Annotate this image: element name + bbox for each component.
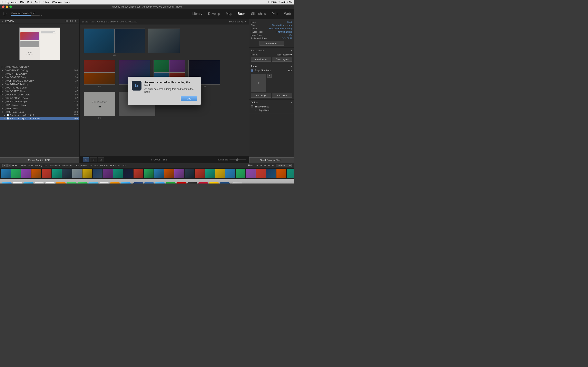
export-book-pdf-button[interactable]: Export Book to PDF... (0, 157, 79, 163)
nav-map[interactable]: Map (226, 12, 232, 16)
auto-layout-button[interactable]: Auto Layout (251, 57, 271, 62)
filmstrip-item-13[interactable] (123, 169, 133, 178)
dock-launchpad[interactable]: 🚀 (209, 182, 219, 184)
maximize-button[interactable] (9, 6, 12, 8)
filmstrip-item-26[interactable] (256, 169, 266, 178)
size-value[interactable]: Standard Landscape (272, 24, 292, 26)
filmstrip-item-24[interactable] (236, 169, 245, 178)
next-filmstrip-nav[interactable]: ▶ (15, 164, 17, 167)
folder-007[interactable]: ▶ ▢ 007-ASELTION Copy (0, 65, 79, 68)
filmstrip-item-1[interactable] (1, 169, 11, 178)
left-panel-collapse[interactable]: ‹ (0, 87, 2, 95)
filmstrip-item-21[interactable] (205, 169, 215, 178)
folder-014[interactable]: ▶ ▢ 014-PATMOS Copy 44 (0, 86, 79, 89)
dock-music[interactable]: 🎵 (99, 182, 109, 184)
dock-maps[interactable]: 🗺 (88, 182, 98, 184)
dock-numbers[interactable]: 📊 (165, 182, 176, 184)
filter-star-1[interactable]: ★ (256, 164, 259, 167)
filter-star-3[interactable]: ★ (264, 164, 266, 167)
filmstrip-item-23[interactable] (225, 169, 235, 178)
filmstrip-item-9[interactable] (82, 169, 92, 178)
filmstrip-item-5[interactable] (42, 169, 52, 178)
nav-slideshow[interactable]: Slideshow (251, 12, 266, 16)
filter-star-2[interactable]: ★ (260, 164, 262, 167)
filmstrip-item-22[interactable] (215, 169, 225, 178)
dock-finder[interactable]: 🖥 (2, 182, 12, 184)
menu-lightroom[interactable]: Lightroom (6, 1, 17, 4)
dock-calendar[interactable]: CAL31 (45, 182, 55, 184)
page-numbers-side[interactable]: Side (288, 69, 292, 72)
menu-file[interactable]: File (20, 1, 25, 4)
dock-trash[interactable]: 🗑 (232, 182, 242, 184)
prev-filmstrip-nav[interactable]: ◀ (12, 164, 14, 167)
menu-view[interactable]: View (44, 1, 49, 4)
filter-dropdown[interactable]: Filters Off (276, 164, 292, 167)
auto-layout-arrow[interactable]: ▼ (290, 50, 292, 52)
folder-pauls-journey[interactable]: ▶ 📄 Pauls-Journey-01/13/16 377 (0, 114, 79, 117)
filter-star-5[interactable]: ★ (272, 164, 274, 167)
modal-ok-button[interactable]: OK (181, 96, 197, 101)
dock-s-app[interactable]: S (220, 182, 230, 184)
add-blank-button[interactable]: Add Blank (272, 93, 293, 98)
zoom-1-1[interactable]: 1:1 (70, 20, 73, 22)
folder-017[interactable]: ▶ ▢ 017-CORINTH Copy 67 (0, 96, 79, 100)
dock-contacts[interactable]: 👤 (34, 182, 44, 184)
folder-016[interactable]: ▶ ▢ 016-SANTORINI Copy 50 (0, 93, 79, 96)
preset-value[interactable]: Pauls_Journey ▾ (276, 53, 292, 56)
dock-messages[interactable]: 💬 (77, 182, 87, 184)
menu-book[interactable]: Book (35, 1, 41, 4)
filmstrip-item-7[interactable] (62, 169, 72, 178)
dock-photos[interactable]: 🏔 (56, 182, 66, 184)
minimize-button[interactable] (6, 6, 8, 8)
page-num-1[interactable]: 1 (2, 164, 7, 167)
preview-collapse-arrow[interactable]: ▼ (2, 20, 4, 22)
filmstrip-item-11[interactable] (103, 169, 113, 178)
filmstrip-item-20[interactable] (195, 169, 205, 178)
book-type-value[interactable]: Blurb (287, 21, 292, 23)
filmstrip-item-19[interactable] (185, 169, 194, 178)
dock-safari[interactable]: 🧭 (12, 182, 23, 184)
folder-009[interactable]: ▶ ▢ 009-ATHENA Copy 6 (0, 72, 79, 75)
folder-021[interactable]: ▶ ▢ 021-Lunch 26 (0, 107, 79, 110)
folder-020[interactable]: ▶ ▢ 020-Cameos Copy 8 (0, 103, 79, 107)
close-button[interactable] (2, 6, 4, 8)
zoom-4-1[interactable]: 4:1 (75, 20, 78, 22)
folder-pauls-journey-small[interactable]: ▶ 📄 Pauls-Journey-01/13/16 Smal... 403 (0, 117, 79, 120)
dock-facetime[interactable]: 📷 (67, 182, 77, 184)
dock-bridges[interactable]: Br (187, 182, 198, 184)
filmstrip-item-3[interactable] (21, 169, 31, 178)
dock-acrobat[interactable]: A (176, 182, 187, 184)
nav-book[interactable]: Book (238, 12, 245, 16)
page-numbers-checkbox[interactable]: ✓ (251, 69, 253, 72)
filmstrip-item-18[interactable] (174, 169, 184, 178)
nav-print[interactable]: Print (272, 12, 278, 16)
folder-011[interactable]: ▶ ▢ 011-PHILADELPHIA Copy 19 (0, 79, 79, 82)
clear-layout-button[interactable]: Clear Layout (272, 57, 293, 62)
filmstrip-item-29[interactable] (287, 169, 294, 178)
show-guides-checkbox[interactable] (251, 105, 253, 108)
filmstrip-item-12[interactable] (113, 169, 123, 178)
folder-008[interactable]: ▶ ▢ 008-EPHESUS Copy 108 (0, 68, 79, 72)
guides-arrow[interactable]: ▼ (290, 101, 292, 104)
filmstrip-item-17[interactable] (164, 169, 174, 178)
filmstrip-item-2[interactable] (11, 169, 21, 178)
filter-star-4[interactable]: ★ (268, 164, 270, 167)
page-num-2[interactable]: 2 (7, 164, 11, 167)
fit-button[interactable]: FIT (65, 20, 68, 22)
filmstrip-item-14[interactable] (134, 169, 143, 178)
paper-value[interactable]: Premium Lustre (277, 31, 292, 33)
dock-maps2[interactable]: 🌍 (155, 182, 165, 184)
folder-012[interactable]: ▶ ▢ 012-THYATIRA Copy 11 (0, 82, 79, 86)
nav-library[interactable]: Library (192, 12, 202, 16)
menu-help[interactable]: Help (65, 1, 70, 4)
menu-window[interactable]: Window (52, 1, 62, 4)
folder-015[interactable]: ▶ ▢ 015-CRETE Copy 47 (0, 89, 79, 93)
filmstrip-item-6[interactable] (52, 169, 62, 178)
filmstrip-item-10[interactable] (93, 169, 103, 178)
folder-030[interactable]: ▼ ▢ 030-Pauls_Book 504 (0, 110, 79, 114)
cancel-upload-button[interactable]: ✕ (41, 14, 43, 16)
dock-word[interactable]: W (144, 182, 154, 184)
folder-018[interactable]: ▶ ▢ 018-ATHENS Copy 116 (0, 100, 79, 103)
page-nav-button[interactable]: ▾ (268, 74, 272, 78)
filmstrip-item-8[interactable] (72, 169, 82, 178)
